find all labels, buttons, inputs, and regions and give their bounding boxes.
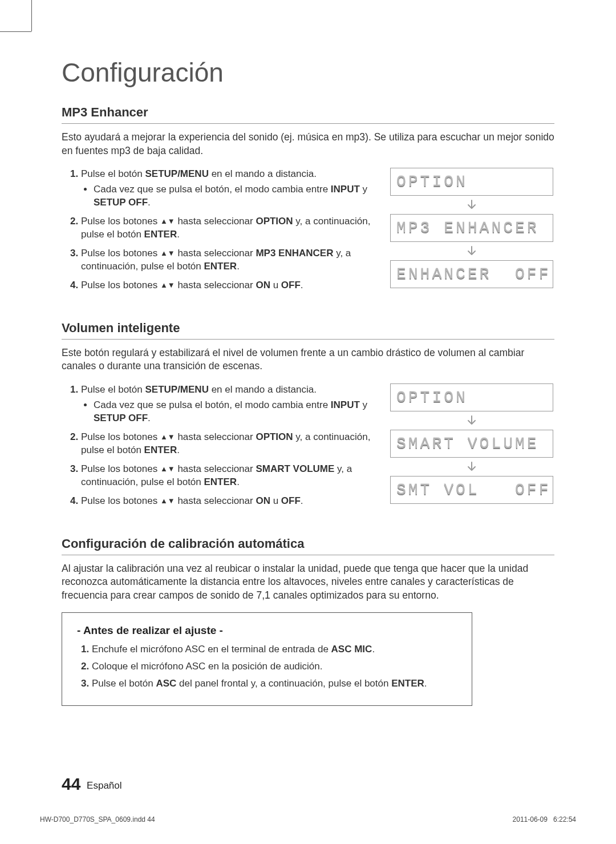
step-item: Pulse los botones ▲▼ hasta seleccionar S… <box>81 463 378 489</box>
down-arrow-icon <box>466 461 477 473</box>
section-blurb: Este botón regulará y estabilizará el ni… <box>62 346 554 373</box>
section-blurb: Al ajustar la calibración una vez al reu… <box>62 562 554 603</box>
triangle-up-icon: ▲ <box>160 432 168 442</box>
triangle-down-icon: ▼ <box>168 496 175 506</box>
step-item: Pulse los botones ▲▼ hasta seleccionar O… <box>81 431 378 457</box>
step-item: Pulse los botones ▲▼ hasta seleccionar M… <box>81 247 378 273</box>
print-datetime: 2011-06-09 6:22:54 <box>513 815 576 823</box>
crop-marks <box>0 0 616 40</box>
step-item: Pulse los botones ▲▼ hasta seleccionar O… <box>81 495 378 508</box>
triangle-up-icon: ▲ <box>160 464 168 474</box>
lcd-display: SMART VOLUME <box>390 430 553 458</box>
down-arrow-icon <box>466 245 477 257</box>
callout-title: - Antes de realizar el ajuste - <box>77 624 457 637</box>
triangle-down-icon: ▼ <box>168 216 175 227</box>
callout-steps: Enchufe el micrófono ASC en el terminal … <box>77 643 457 690</box>
divider <box>62 555 554 555</box>
section-blurb: Esto ayudará a mejorar la experiencia de… <box>62 131 554 158</box>
section-heading-mp3: MP3 Enhancer <box>62 105 554 120</box>
callout-item: Enchufe el micrófono ASC en el terminal … <box>92 643 457 656</box>
print-metadata: HW-D700_D770S_SPA_0609.indd 44 2011-06-0… <box>40 815 576 823</box>
lcd-display: SMT VOL OFF <box>390 476 553 504</box>
callout-box: - Antes de realizar el ajuste - Enchufe … <box>62 612 472 705</box>
step-item: Pulse los botones ▲▼ hasta seleccionar O… <box>81 215 378 241</box>
triangle-up-icon: ▲ <box>160 280 168 290</box>
down-arrow-icon <box>466 415 477 426</box>
lcd-display: OPTION <box>390 383 553 411</box>
steps-list: Pulse el botón SETUP/MENU en el mando a … <box>62 383 378 508</box>
lcd-display-stack: OPTION SMART VOLUME SMT VOL OFF <box>389 383 554 504</box>
page-language: Español <box>87 780 121 791</box>
lcd-display: ENHANCER OFF <box>390 260 553 288</box>
triangle-down-icon: ▼ <box>168 464 175 474</box>
step-item: Pulse el botón SETUP/MENU en el mando a … <box>81 383 378 425</box>
print-file: HW-D700_D770S_SPA_0609.indd 44 <box>40 815 155 823</box>
page-number: 44 <box>62 774 80 793</box>
triangle-up-icon: ▲ <box>160 216 168 227</box>
page-footer: 44 Español <box>62 774 554 794</box>
divider <box>62 123 554 124</box>
step-sub-item: Cada vez que se pulsa el botón, el modo … <box>94 399 378 425</box>
section-heading-autocal: Configuración de calibración automática <box>62 536 554 551</box>
step-item: Pulse el botón SETUP/MENU en el mando a … <box>81 168 378 209</box>
step-item: Pulse los botones ▲▼ hasta seleccionar O… <box>81 279 378 292</box>
triangle-up-icon: ▲ <box>160 248 168 259</box>
callout-item: Coloque el micrófono ASC en la posición … <box>92 660 457 673</box>
page-title: Configuración <box>62 57 554 88</box>
lcd-display: OPTION <box>390 168 553 196</box>
steps-list: Pulse el botón SETUP/MENU en el mando a … <box>62 168 378 292</box>
callout-item: Pulse el botón ASC del panel frontal y, … <box>92 677 457 690</box>
lcd-display-stack: OPTION MP3 ENHANCER ENHANCER OFF <box>389 168 554 288</box>
section-heading-smartvol: Volumen inteligente <box>62 321 554 336</box>
triangle-down-icon: ▼ <box>168 280 175 290</box>
triangle-up-icon: ▲ <box>160 496 168 506</box>
triangle-down-icon: ▼ <box>168 432 175 442</box>
divider <box>62 339 554 340</box>
triangle-down-icon: ▼ <box>168 248 175 259</box>
lcd-display: MP3 ENHANCER <box>390 214 553 242</box>
down-arrow-icon <box>466 199 477 211</box>
step-sub-item: Cada vez que se pulsa el botón, el modo … <box>94 183 378 209</box>
